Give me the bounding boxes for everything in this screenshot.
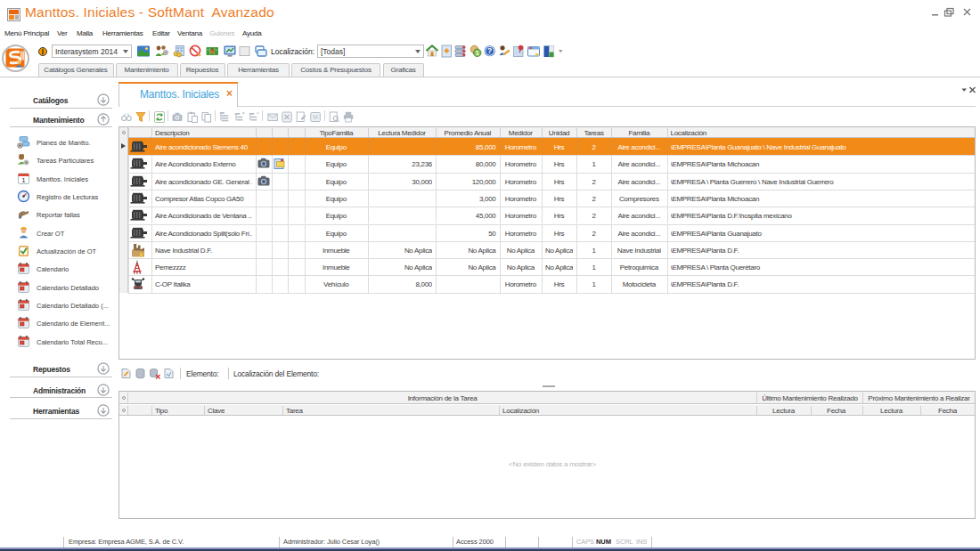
svg-text:1: 1 (21, 175, 26, 183)
svg-text:M: M (313, 114, 317, 120)
svg-text:$: $ (476, 50, 479, 56)
svg-text:?: ? (487, 46, 492, 55)
